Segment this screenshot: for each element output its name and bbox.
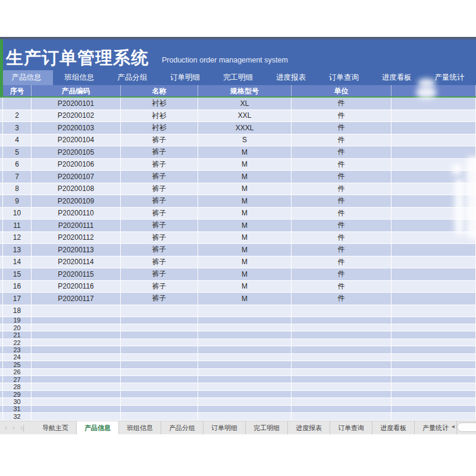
cell-blank[interactable]: [392, 354, 476, 361]
cell-no[interactable]: 20: [3, 324, 32, 331]
nav-tab-班组信息[interactable]: 班组信息: [53, 70, 106, 85]
cell-spec[interactable]: [198, 324, 292, 331]
cell-name[interactable]: [121, 331, 198, 338]
cell-spec[interactable]: [198, 413, 292, 419]
cell-no[interactable]: 29: [3, 391, 32, 397]
cell-unit[interactable]: [292, 391, 392, 397]
sheet-tab-产量统计[interactable]: 产量统计: [415, 421, 457, 434]
cell-spec[interactable]: M: [198, 220, 292, 231]
cell-name[interactable]: 裤子: [121, 244, 198, 256]
cell-blank[interactable]: [392, 268, 476, 280]
cell-unit[interactable]: 件: [292, 195, 392, 207]
cell-spec[interactable]: XXL: [198, 110, 292, 122]
cell-unit[interactable]: [292, 339, 392, 346]
cell-spec[interactable]: [198, 398, 292, 405]
cell-blank[interactable]: [392, 281, 476, 293]
column-header-规格型号[interactable]: 规格型号: [198, 85, 292, 97]
cell-spec[interactable]: XXXL: [198, 122, 292, 134]
cell-unit[interactable]: 件: [292, 244, 392, 256]
cell-blank[interactable]: [392, 146, 476, 158]
cell-spec[interactable]: M: [198, 256, 292, 268]
cell-no[interactable]: 27: [3, 376, 32, 383]
cell-no[interactable]: [3, 98, 32, 109]
cell-name[interactable]: 裤子: [121, 171, 198, 183]
cell-name[interactable]: [121, 361, 198, 368]
nav-tab-产品分组[interactable]: 产品分组: [106, 70, 159, 85]
cell-name[interactable]: [121, 317, 198, 324]
cell-unit[interactable]: 件: [292, 293, 392, 305]
cell-blank[interactable]: [392, 220, 476, 231]
cell-name[interactable]: [121, 383, 198, 390]
cell-spec[interactable]: M: [198, 244, 292, 256]
cell-no[interactable]: 19: [3, 317, 32, 324]
cell-name[interactable]: 裤子: [121, 208, 198, 220]
cell-no[interactable]: 24: [3, 354, 32, 361]
cell-no[interactable]: 16: [3, 281, 32, 293]
cell-spec[interactable]: M: [198, 232, 292, 244]
cell-no[interactable]: 9: [3, 195, 32, 207]
cell-unit[interactable]: [292, 331, 392, 338]
cell-code[interactable]: P20200101: [32, 98, 121, 109]
cell-code[interactable]: P20200109: [32, 195, 121, 207]
scroll-left-icon[interactable]: ◂: [451, 422, 455, 430]
cell-spec[interactable]: [198, 339, 292, 346]
cell-blank[interactable]: [392, 134, 476, 146]
cell-name[interactable]: 衬衫: [121, 110, 198, 122]
cell-code[interactable]: P20200111: [32, 220, 121, 231]
cell-name[interactable]: 裤子: [121, 268, 198, 280]
cell-code[interactable]: P20200117: [32, 293, 121, 305]
cell-blank[interactable]: [392, 110, 476, 122]
cell-no[interactable]: 23: [3, 346, 32, 353]
cell-blank[interactable]: [392, 324, 476, 331]
cell-blank[interactable]: [392, 293, 476, 305]
cell-spec[interactable]: [198, 391, 292, 397]
cell-spec[interactable]: [198, 305, 292, 317]
cell-unit[interactable]: 件: [292, 232, 392, 244]
sheet-scroll-icon-1[interactable]: ›: [12, 424, 15, 432]
sheet-tab-订单明细[interactable]: 订单明细: [203, 421, 246, 434]
cell-blank[interactable]: [392, 369, 476, 375]
cell-blank[interactable]: [392, 406, 476, 412]
cell-unit[interactable]: 件: [292, 208, 392, 220]
column-header-单位[interactable]: 单位: [292, 85, 392, 97]
cell-unit[interactable]: 件: [292, 268, 392, 280]
cell-no[interactable]: 12: [3, 232, 32, 244]
cell-unit[interactable]: [292, 346, 392, 353]
cell-spec[interactable]: [198, 361, 292, 368]
cell-blank[interactable]: [392, 208, 476, 220]
cell-unit[interactable]: 件: [292, 122, 392, 134]
cell-spec[interactable]: M: [198, 159, 292, 171]
cell-unit[interactable]: 件: [292, 256, 392, 268]
cell-blank[interactable]: [392, 171, 476, 183]
cell-name[interactable]: 裤子: [121, 134, 198, 146]
cell-name[interactable]: [121, 339, 198, 346]
cell-code[interactable]: [32, 398, 121, 405]
cell-name[interactable]: 衬衫: [121, 98, 198, 109]
cell-unit[interactable]: 件: [292, 281, 392, 293]
cell-blank[interactable]: [392, 331, 476, 338]
cell-unit[interactable]: [292, 317, 392, 324]
cell-unit[interactable]: 件: [292, 110, 392, 122]
cell-unit[interactable]: [292, 398, 392, 405]
cell-name[interactable]: [121, 354, 198, 361]
cell-code[interactable]: [32, 324, 121, 331]
cell-blank[interactable]: [392, 98, 476, 109]
cell-name[interactable]: 裤子: [121, 159, 198, 171]
cell-code[interactable]: P20200110: [32, 208, 121, 220]
cell-no[interactable]: 6: [3, 159, 32, 171]
cell-code[interactable]: P20200112: [32, 232, 121, 244]
cell-code[interactable]: P20200105: [32, 146, 121, 158]
cell-code[interactable]: [32, 391, 121, 397]
cell-blank[interactable]: [392, 244, 476, 256]
cell-unit[interactable]: 件: [292, 171, 392, 183]
cell-no[interactable]: 11: [3, 220, 32, 231]
column-header-名称[interactable]: 名称: [121, 85, 198, 97]
cell-name[interactable]: [121, 305, 198, 317]
cell-spec[interactable]: [198, 406, 292, 412]
cell-blank[interactable]: [392, 383, 476, 390]
cell-name[interactable]: [121, 413, 198, 419]
cell-name[interactable]: 裤子: [121, 146, 198, 158]
column-header-blank[interactable]: [392, 85, 476, 97]
cell-spec[interactable]: [198, 354, 292, 361]
cell-blank[interactable]: [392, 183, 476, 195]
